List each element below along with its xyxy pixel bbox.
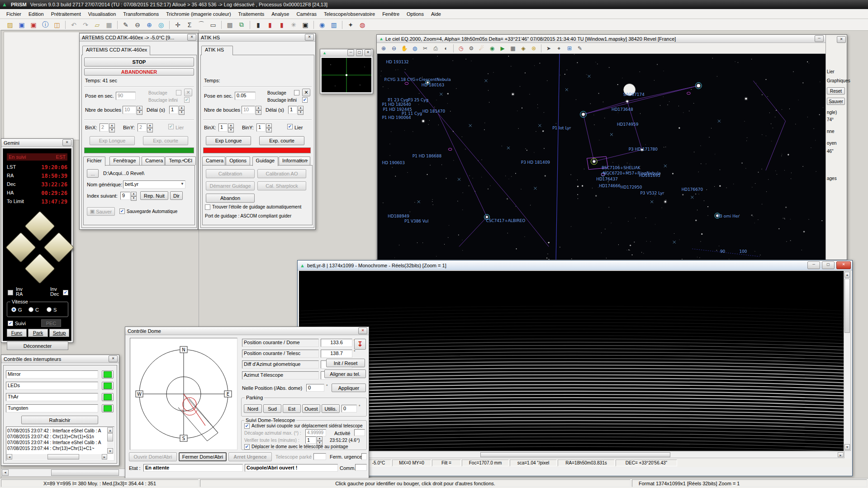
tab-fen-trage[interactable]: Fenêtrage	[109, 156, 139, 165]
crosshair-icon[interactable]: ✛	[172, 20, 183, 30]
menu-trichromie-imagerie-couleur-[interactable]: Trichromie (imagerie couleur)	[162, 10, 234, 18]
image-icon[interactable]: ▩	[224, 20, 235, 30]
globe-icon[interactable]: ◍	[410, 44, 420, 53]
suivi-checkbox[interactable]: ✔	[8, 321, 13, 326]
measure-icon[interactable]: ✎	[575, 44, 585, 53]
selection-icon[interactable]: ▭	[208, 20, 218, 30]
deplacer-checkbox[interactable]: ✔	[244, 444, 250, 450]
atik-titlebar[interactable]: ATIK HS ✕	[199, 33, 315, 42]
delai-input[interactable]: 1	[169, 106, 178, 114]
save-icon[interactable]: ▣	[16, 20, 27, 30]
tv-icon[interactable]: ▣	[300, 20, 311, 30]
close-icon[interactable]: ✕	[62, 139, 71, 146]
tab-camera[interactable]: Camera	[142, 156, 165, 165]
redo-icon[interactable]: ↷	[80, 20, 91, 30]
ccd-frame-icon[interactable]: ⊞	[564, 44, 574, 53]
chart-red-icon[interactable]: ▮	[265, 20, 275, 30]
switches-titlebar[interactable]: Contrôle des interrupteurs ✕	[1, 355, 119, 363]
scroll-left-arrow[interactable]: ◄	[7, 454, 12, 460]
nelle-input[interactable]: 0	[306, 384, 324, 392]
catalog-icon[interactable]: ⊛	[529, 44, 539, 53]
table-icon[interactable]: ▦	[508, 44, 518, 53]
menu-fichier[interactable]: Fichier	[3, 10, 25, 18]
pose-input[interactable]: 0.05	[235, 92, 256, 100]
select-icon[interactable]: ➤	[544, 44, 554, 53]
trouver-checkbox[interactable]	[205, 204, 210, 210]
biny-spinner[interactable]: ▲▼	[266, 123, 272, 133]
tab-guidage[interactable]: Guidage	[252, 156, 278, 166]
pointer-icon[interactable]: ✦	[345, 20, 356, 30]
exp-longue-button[interactable]: Exp Longue	[206, 136, 251, 145]
nom-combo[interactable]: betLyr ▼	[123, 180, 185, 189]
switch-toggle-tungsten[interactable]	[102, 404, 114, 412]
sauvegarde-checkbox[interactable]: ✔	[119, 208, 125, 214]
close-icon[interactable]: ✕	[109, 355, 118, 362]
slew-east-button[interactable]	[43, 232, 74, 263]
atik-tab[interactable]: ATIK HS	[201, 46, 233, 55]
close-icon[interactable]: ✕	[358, 327, 367, 334]
dir-button[interactable]: Dir	[170, 191, 183, 200]
scroll-up-arrow[interactable]: ▲	[844, 272, 850, 278]
parking-est-button[interactable]: Est	[283, 404, 301, 413]
d-marrer-guidage-button[interactable]: Démarrer Guidage	[206, 181, 255, 190]
setup-button[interactable]: Setup	[49, 329, 69, 337]
slew-south-button[interactable]	[24, 253, 55, 284]
tab-scroll-left[interactable]: ◄	[299, 158, 303, 162]
phase-icon[interactable]: ◐	[441, 44, 451, 53]
pec-button[interactable]: PEC	[41, 319, 61, 327]
delai-spinner[interactable]: ▲▼	[179, 106, 185, 115]
minimize-icon[interactable]: ─	[815, 35, 824, 42]
betlyr-titlebar[interactable]: ▲ betLyr-8 | 1374x1099 - Monochrome - Ré…	[298, 261, 852, 270]
menu-telescope-observatoire[interactable]: Telescope/observatoire	[320, 10, 379, 18]
menu-pr-traitement[interactable]: Prétraitement	[47, 10, 85, 18]
parking-nord-button[interactable]: Nord	[244, 404, 262, 413]
tab-fichier[interactable]: Fichier	[83, 156, 105, 166]
switches-log[interactable]: 07/08/2015 23:07:42 : Interface eShel Ca…	[6, 426, 114, 461]
switch-toggle-thar[interactable]	[102, 393, 114, 401]
artemis-tab[interactable]: ARTEMIS CCD ATIK-460ex	[82, 46, 150, 55]
rafraichir-button[interactable]: Rafraichir	[21, 416, 98, 424]
print-icon[interactable]: ⎙	[431, 44, 441, 53]
exp-courte-button[interactable]: Exp. courte	[143, 136, 188, 145]
binx-spinner[interactable]: ▲▼	[109, 123, 115, 133]
close-icon[interactable]: ✕	[837, 36, 846, 43]
menu-cam-ras[interactable]: Caméras	[293, 10, 320, 18]
disconnect-button[interactable]: Déconnecter	[7, 341, 68, 350]
parking-utilis-button[interactable]: Utilis.	[322, 404, 340, 413]
betlyr-image[interactable]	[299, 271, 844, 451]
menu-fen-tre[interactable]: Fenêtre	[379, 10, 403, 18]
menu-visualisation[interactable]: Visualisation	[85, 10, 120, 18]
zoom-out-icon[interactable]: ⊖	[132, 20, 143, 30]
inv-dec-checkbox[interactable]: ✔	[63, 290, 68, 295]
scroll-thumb[interactable]	[51, 469, 119, 476]
biny-spinner[interactable]: ▲▼	[147, 123, 153, 133]
slew-north-button[interactable]	[24, 211, 55, 242]
ouvrir-dome-button[interactable]: Ouvrir Dome/Abri	[129, 452, 177, 461]
info-icon[interactable]: ⓘ	[40, 20, 51, 30]
index-input[interactable]: 9	[120, 192, 130, 200]
delai-spinner[interactable]: ▲▼	[298, 106, 304, 115]
menu-analyse[interactable]: Analyse	[268, 10, 293, 18]
menu-edition[interactable]: Edition	[25, 10, 47, 18]
scroll-right-arrow[interactable]: ►	[102, 454, 107, 460]
camera-icon[interactable]: ◈	[518, 44, 528, 53]
close-icon[interactable]: ✕	[305, 34, 314, 41]
calibration-ao-button[interactable]: Calibration AO	[257, 169, 306, 178]
decalage-input[interactable]: 4.99999	[305, 429, 326, 436]
bouclage-checkbox[interactable]	[294, 90, 299, 95]
tab-scroll-right[interactable]: ►	[187, 158, 191, 162]
save-as-icon[interactable]: ▣	[28, 20, 39, 30]
cal-sharplock-button[interactable]: Cal. Sharplock	[257, 181, 306, 190]
open-icon[interactable]: ▨	[5, 20, 15, 30]
nbre-input[interactable]: 10	[242, 106, 255, 114]
sauver-button[interactable]: ▣Sauver	[87, 207, 115, 216]
switch-toggle-leds[interactable]	[102, 382, 114, 390]
comet-icon[interactable]: ☄	[477, 44, 487, 53]
side-sauver-button[interactable]: Sauver	[827, 98, 845, 105]
verifier-input[interactable]: 1	[305, 436, 316, 444]
sigma-icon[interactable]: Σ	[184, 20, 195, 30]
parking-sud-button[interactable]: Sud	[263, 404, 281, 413]
menu-aide[interactable]: Aide	[427, 10, 445, 18]
log-vscrollbar[interactable]: ▲ ▼	[107, 427, 114, 454]
vitesse-s-radio[interactable]	[47, 307, 52, 312]
